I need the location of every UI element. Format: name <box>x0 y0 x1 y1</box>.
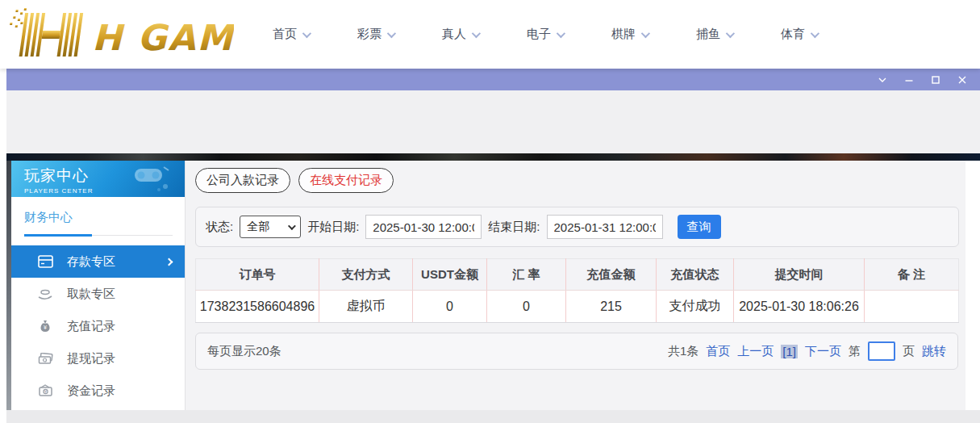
banknotes-icon <box>37 351 53 366</box>
sidebar-item-label: 取款专区 <box>67 287 115 302</box>
records-table: 订单号 支付方式 USDT金额 汇 率 充值金额 充值状态 提交时间 备 注 1… <box>195 258 959 323</box>
window-minimize-button[interactable] <box>903 73 915 86</box>
sidebar: 玩家中心 PLAYERS CENTER 财务中心 <box>11 161 186 410</box>
cell-order-number: 1738231586604896 <box>196 291 319 323</box>
logo-h-bars-icon <box>8 8 84 57</box>
finance-section-label: 财务中心 <box>24 210 185 225</box>
tab-online-payment-records[interactable]: 在线支付记录 <box>298 168 394 193</box>
window-maximize-button[interactable] <box>929 73 942 86</box>
logo-text: H GAME <box>92 17 234 58</box>
cell-payment-method: 虚拟币 <box>319 291 413 323</box>
col-recharge-status: 充值状态 <box>657 259 734 291</box>
sidebar-item-label: 存款专区 <box>67 254 115 270</box>
col-remarks: 备 注 <box>865 259 959 291</box>
chevron-right-icon <box>165 258 173 266</box>
svg-text:¥: ¥ <box>44 325 48 331</box>
sidebar-item-label: 提现记录 <box>67 351 115 366</box>
close-icon <box>957 74 968 86</box>
sidebar-item-withdrawal-records[interactable]: 提现记录 <box>11 342 185 375</box>
pagination-controls: 共1条 首页 上一页 [1] 下一页 第 页 跳转 <box>668 341 946 361</box>
nav-item-cards[interactable]: 棋牌 <box>611 27 658 42</box>
money-record-icon: ¥ <box>37 383 53 398</box>
main-panel: 公司入款记录 在线支付记录 状态: 全部 开始日期: 结束日期: 查询 <box>186 161 965 410</box>
jump-link[interactable]: 跳转 <box>922 344 946 359</box>
cell-recharge-amount: 215 <box>566 291 657 323</box>
gamepad-icon <box>128 165 173 193</box>
sidebar-item-label: 资金记录 <box>67 383 115 399</box>
players-center-header: 玩家中心 PLAYERS CENTER <box>11 161 185 197</box>
cell-recharge-status: 支付成功 <box>657 291 734 323</box>
sidebar-item-label: 充值记录 <box>67 319 115 334</box>
card-reader-icon <box>37 254 53 269</box>
jump-prefix-text: 第 <box>849 344 861 359</box>
col-exchange-rate: 汇 率 <box>487 259 566 291</box>
pagination-bar: 每页显示20条 共1条 首页 上一页 [1] 下一页 第 页 跳转 <box>195 333 958 370</box>
nav-item-sports[interactable]: 体育 <box>781 27 828 42</box>
col-recharge-amount: 充值金额 <box>566 259 657 291</box>
chevron-down-icon <box>726 28 735 37</box>
chevron-down-icon <box>557 28 565 37</box>
next-page-link[interactable]: 下一页 <box>805 344 841 359</box>
svg-text:¥: ¥ <box>44 389 47 394</box>
col-order-number: 订单号 <box>196 259 319 291</box>
col-payment-method: 支付方式 <box>319 259 413 291</box>
chevron-down-icon <box>302 28 311 37</box>
end-date-input[interactable] <box>547 215 663 239</box>
first-page-link[interactable]: 首页 <box>706 344 730 359</box>
sidebar-item-withdraw-zone[interactable]: 取款专区 <box>11 278 185 310</box>
chevron-down-icon <box>288 222 296 230</box>
nav-item-slots[interactable]: 电子 <box>527 27 573 42</box>
chevron-down-icon <box>811 28 819 37</box>
prev-page-link[interactable]: 上一页 <box>737 344 774 359</box>
tab-company-deposit-records[interactable]: 公司入款记录 <box>195 168 290 193</box>
nav-item-lottery[interactable]: 彩票 <box>357 27 404 42</box>
sidebar-item-recharge-records[interactable]: ¥ 充值记录 <box>11 310 185 342</box>
status-label: 状态: <box>206 220 233 235</box>
site-header: H GAME 首页 彩票 真人 电子 棋牌 <box>0 0 980 69</box>
hand-coin-icon <box>37 287 53 301</box>
chevron-down-icon <box>641 28 650 37</box>
finance-section: 财务中心 <box>11 197 185 236</box>
chevron-down-icon <box>877 74 888 86</box>
nav-item-fishing[interactable]: 捕鱼 <box>696 27 743 42</box>
filter-bar: 状态: 全部 开始日期: 结束日期: 查询 <box>195 207 959 247</box>
record-tabs: 公司入款记录 在线支付记录 <box>195 168 959 193</box>
footer-band <box>6 410 980 423</box>
sidebar-menu: 存款专区 取款专区 ¥ 充值记录 <box>11 245 185 407</box>
start-date-input[interactable] <box>365 215 482 239</box>
chevron-down-icon <box>387 28 396 37</box>
nav-item-live[interactable]: 真人 <box>442 27 489 42</box>
brand-logo[interactable]: H GAME <box>8 8 234 60</box>
content-region: 玩家中心 PLAYERS CENTER 财务中心 <box>6 161 980 410</box>
current-page-indicator: [1] <box>781 345 798 358</box>
start-date-label: 开始日期: <box>307 220 359 235</box>
window-dropdown-button[interactable] <box>876 73 889 86</box>
money-bag-icon: ¥ <box>37 319 53 333</box>
decorative-stripe <box>6 153 980 161</box>
total-count-text: 共1条 <box>668 344 699 359</box>
window-titlebar[interactable] <box>6 69 980 90</box>
col-usdt-amount: USDT金额 <box>413 259 487 291</box>
table-header-row: 订单号 支付方式 USDT金额 汇 率 充值金额 充值状态 提交时间 备 注 <box>196 259 959 291</box>
chevron-down-icon <box>472 28 481 37</box>
section-divider <box>24 235 173 236</box>
window-blank-area <box>6 90 980 153</box>
cell-submit-time: 2025-01-30 18:06:26 <box>734 291 865 323</box>
per-page-text: 每页显示20条 <box>207 344 281 359</box>
end-date-label: 结束日期: <box>488 220 540 235</box>
col-submit-time: 提交时间 <box>734 259 865 291</box>
cell-exchange-rate: 0 <box>487 291 566 323</box>
sidebar-item-funds-records[interactable]: ¥ 资金记录 <box>11 375 185 407</box>
cell-remarks <box>865 291 959 323</box>
page-jump-input[interactable] <box>868 341 895 361</box>
cell-usdt-amount: 0 <box>413 291 487 323</box>
query-button[interactable]: 查询 <box>678 215 721 239</box>
table-row: 1738231586604896 虚拟币 0 0 215 支付成功 2025-0… <box>196 291 959 323</box>
sidebar-item-deposit-zone[interactable]: 存款专区 <box>11 245 185 278</box>
app-window: H GAME 首页 彩票 真人 电子 棋牌 <box>0 0 980 423</box>
minimize-icon <box>903 74 915 86</box>
nav-item-home[interactable]: 首页 <box>273 27 319 42</box>
status-select-value: 全部 <box>247 220 269 234</box>
window-close-button[interactable] <box>956 73 969 86</box>
status-select[interactable]: 全部 <box>240 216 301 238</box>
